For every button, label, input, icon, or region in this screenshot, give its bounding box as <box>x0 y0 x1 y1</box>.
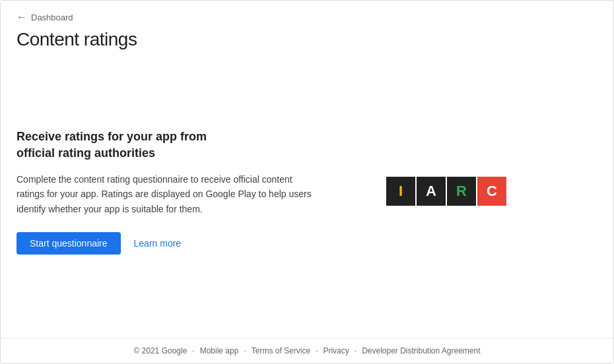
content-right: I A R C <box>347 177 506 206</box>
header: ← Dashboard Content ratings <box>1 1 613 56</box>
action-buttons: Start questionnaire Learn more <box>17 232 347 255</box>
back-link[interactable]: ← Dashboard <box>17 11 597 23</box>
page-title: Content ratings <box>17 28 597 51</box>
footer: © 2021 Google · Mobile app · Terms of Se… <box>1 338 613 363</box>
footer-copyright: © 2021 Google <box>133 346 187 355</box>
footer-sep-3: · <box>316 346 318 355</box>
content-left: Receive ratings for your app from offici… <box>17 129 347 255</box>
back-arrow-icon: ← <box>17 11 27 23</box>
iarc-letter-r: R <box>447 177 476 206</box>
footer-link-privacy[interactable]: Privacy <box>323 346 349 355</box>
breadcrumb-label: Dashboard <box>31 13 73 22</box>
footer-sep-4: · <box>355 346 357 355</box>
footer-sep-2: · <box>244 346 246 355</box>
footer-link-terms[interactable]: Terms of Service <box>252 346 310 355</box>
iarc-letter-a: A <box>417 177 446 206</box>
footer-link-mobile-app[interactable]: Mobile app <box>200 346 239 355</box>
footer-sep-1: · <box>192 346 194 355</box>
main-content: Receive ratings for your app from offici… <box>1 56 613 338</box>
page-wrapper: ← Dashboard Content ratings Receive rati… <box>1 1 613 363</box>
iarc-letter-c: C <box>477 177 506 206</box>
section-heading: Receive ratings for your app from offici… <box>17 129 228 162</box>
footer-link-dda[interactable]: Developer Distribution Agreement <box>362 346 480 355</box>
start-questionnaire-button[interactable]: Start questionnaire <box>17 232 121 255</box>
learn-more-link[interactable]: Learn more <box>134 238 182 249</box>
iarc-logo: I A R C <box>386 177 506 206</box>
iarc-letter-i: I <box>386 177 415 206</box>
section-description: Complete the content rating questionnair… <box>17 172 314 216</box>
